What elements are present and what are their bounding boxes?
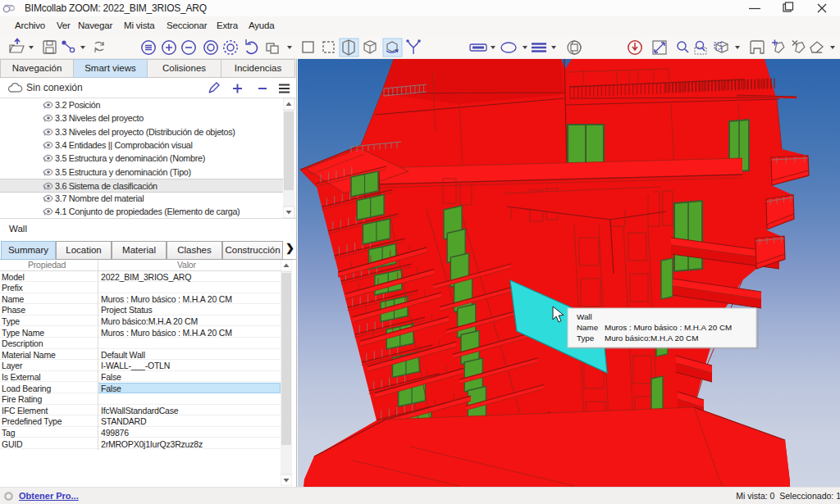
svg-text:Wall: Wall (577, 312, 592, 321)
svg-text:Name: Name (577, 323, 599, 332)
svg-text:Muros : Muro básico : M.H.A 20: Muros : Muro básico : M.H.A 20 CM (605, 323, 732, 332)
svg-text:Muro básico:M.H.A 20 CM: Muro básico:M.H.A 20 CM (605, 334, 698, 343)
svg-text:Type: Type (577, 334, 595, 343)
